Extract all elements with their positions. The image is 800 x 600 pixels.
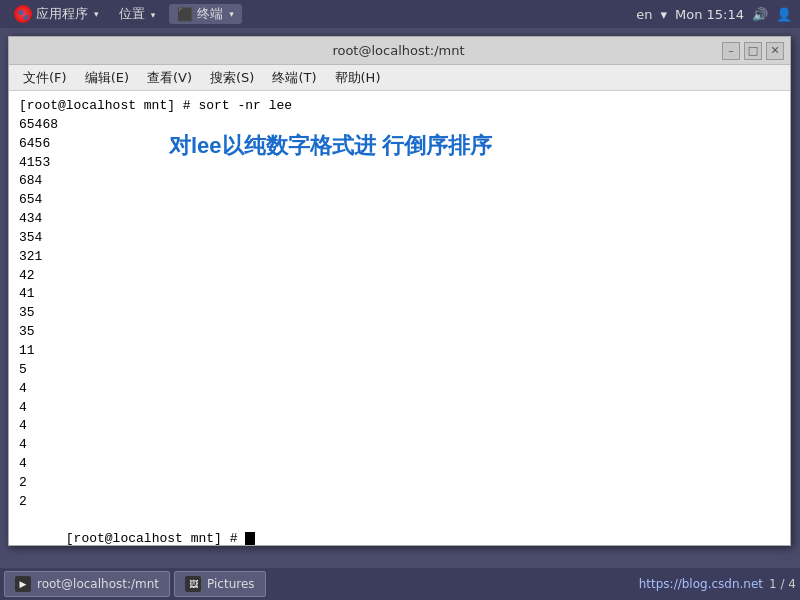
- title-bar: root@localhost:/mnt – □ ✕: [9, 37, 790, 65]
- output-line: 321: [19, 248, 780, 267]
- output-line: 35: [19, 323, 780, 342]
- output-line: 42: [19, 267, 780, 286]
- command-line: [root@localhost mnt] # sort -nr lee: [19, 97, 780, 116]
- output-line: 11: [19, 342, 780, 361]
- cursor: [245, 532, 255, 545]
- taskbar-pictures-label: Pictures: [207, 577, 255, 591]
- output-line: 4: [19, 380, 780, 399]
- position-menu[interactable]: 位置 ▾: [111, 3, 164, 25]
- clock: Mon 15:14: [675, 7, 744, 22]
- taskbar-pictures-icon: 🖼: [185, 576, 201, 592]
- menu-view[interactable]: 查看(V): [139, 67, 200, 89]
- sysbar-right: en ▾ Mon 15:14 🔊 👤: [636, 7, 792, 22]
- terminal-icon: ⬛: [177, 7, 193, 22]
- app-dropdown-icon: ▾: [94, 9, 99, 19]
- language-indicator: en: [636, 7, 652, 22]
- app-icon: 🐾: [14, 5, 32, 23]
- output-line: 5: [19, 361, 780, 380]
- menu-bar: 文件(F) 编辑(E) 查看(V) 搜索(S) 终端(T) 帮助(H): [9, 65, 790, 91]
- annotation: 对lee以纯数字格式进 行倒序排序: [169, 131, 492, 162]
- position-dropdown-icon: ▾: [151, 10, 156, 20]
- output-line: 2: [19, 493, 780, 512]
- final-prompt: [root@localhost mnt] #: [19, 512, 780, 545]
- sysbar-left: 🐾 应用程序 ▾ 位置 ▾ ⬛ 终端 ▾: [8, 3, 242, 25]
- taskbar-url: https://blog.csdn.net: [639, 577, 763, 591]
- output-line: 4: [19, 455, 780, 474]
- restore-button[interactable]: □: [744, 42, 762, 60]
- output-line: 4: [19, 436, 780, 455]
- taskbar-pictures[interactable]: 🖼 Pictures: [174, 571, 266, 597]
- output-line: 684: [19, 172, 780, 191]
- menu-help[interactable]: 帮助(H): [327, 67, 389, 89]
- volume-icon: 🔊: [752, 7, 768, 22]
- window-title: root@localhost:/mnt: [75, 43, 722, 58]
- window-controls: – □ ✕: [722, 42, 784, 60]
- taskbar: ▶ root@localhost:/mnt 🖼 Pictures https:/…: [0, 568, 800, 600]
- output-line: 35: [19, 304, 780, 323]
- taskbar-terminal-icon: ▶: [15, 576, 31, 592]
- menu-file[interactable]: 文件(F): [15, 67, 75, 89]
- lang-dropdown-icon: ▾: [660, 7, 667, 22]
- output-line: 41: [19, 285, 780, 304]
- output-line: 434: [19, 210, 780, 229]
- menu-terminal[interactable]: 终端(T): [264, 67, 324, 89]
- taskbar-page: 1 / 4: [769, 577, 796, 591]
- menu-edit[interactable]: 编辑(E): [77, 67, 137, 89]
- close-button[interactable]: ✕: [766, 42, 784, 60]
- output-line: 4: [19, 399, 780, 418]
- taskbar-terminal[interactable]: ▶ root@localhost:/mnt: [4, 571, 170, 597]
- output-line: 354: [19, 229, 780, 248]
- terminal-content[interactable]: [root@localhost mnt] # sort -nr lee 6546…: [9, 91, 790, 545]
- terminal-dropdown-icon: ▾: [229, 9, 234, 19]
- taskbar-right: https://blog.csdn.net 1 / 4: [639, 577, 796, 591]
- output-line: 4: [19, 417, 780, 436]
- user-icon: 👤: [776, 7, 792, 22]
- applications-menu[interactable]: 🐾 应用程序 ▾: [8, 3, 105, 25]
- output-lines: 6546864564153684654434354321424135351154…: [19, 116, 780, 512]
- system-bar: 🐾 应用程序 ▾ 位置 ▾ ⬛ 终端 ▾ en ▾ Mon 15:14 🔊 👤: [0, 0, 800, 28]
- terminal-window: root@localhost:/mnt – □ ✕ 文件(F) 编辑(E) 查看…: [8, 36, 791, 546]
- minimize-button[interactable]: –: [722, 42, 740, 60]
- terminal-menu[interactable]: ⬛ 终端 ▾: [169, 4, 242, 24]
- taskbar-terminal-label: root@localhost:/mnt: [37, 577, 159, 591]
- output-line: 2: [19, 474, 780, 493]
- applications-label: 应用程序: [36, 5, 88, 23]
- output-line: 654: [19, 191, 780, 210]
- menu-search[interactable]: 搜索(S): [202, 67, 262, 89]
